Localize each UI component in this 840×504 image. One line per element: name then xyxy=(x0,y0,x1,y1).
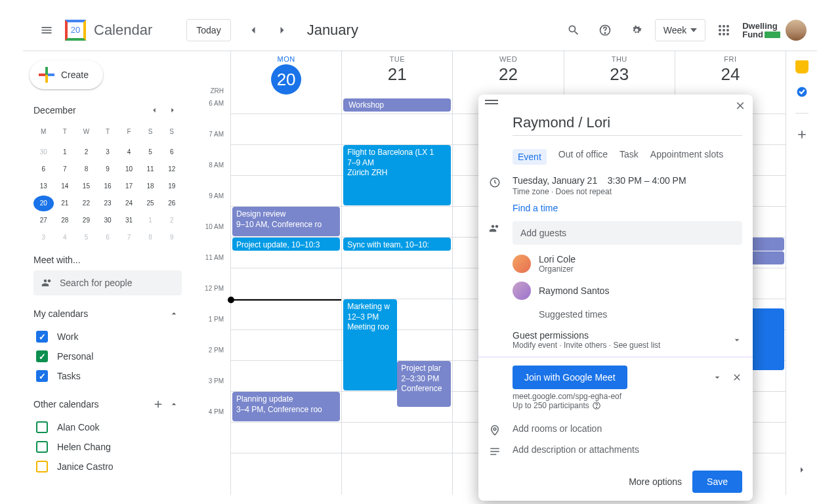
event-type-tab[interactable]: Appointment slots xyxy=(650,149,723,165)
mini-next-icon[interactable] xyxy=(163,101,182,119)
add-guests-input[interactable]: Add guests xyxy=(513,221,742,245)
mini-day[interactable]: 3 xyxy=(98,144,118,160)
event-type-tab[interactable]: Event xyxy=(513,149,547,165)
checkbox-icon[interactable] xyxy=(36,441,48,453)
day-header[interactable]: TUE 21 xyxy=(342,51,452,97)
mini-day[interactable]: 26 xyxy=(161,196,182,211)
mini-day[interactable]: 13 xyxy=(33,178,54,194)
guest-item[interactable]: Lori ColeOrganizer xyxy=(513,250,742,278)
add-addon-icon[interactable] xyxy=(795,128,808,141)
calendar-event[interactable]: Design review9–10 AM, Conference ro xyxy=(232,207,340,236)
mini-day[interactable]: 5 xyxy=(140,144,161,160)
suggested-times[interactable]: Suggested times xyxy=(513,304,742,320)
checkbox-icon[interactable] xyxy=(36,331,48,343)
calendar-event[interactable]: Sync with team, 10–10: xyxy=(343,238,451,251)
mini-day[interactable]: 30 xyxy=(98,213,118,228)
mini-day[interactable]: 4 xyxy=(119,144,139,160)
mini-day[interactable]: 28 xyxy=(55,213,75,228)
apps-icon[interactable] xyxy=(711,17,737,43)
mini-day[interactable]: 29 xyxy=(76,213,96,228)
mini-day[interactable]: 2 xyxy=(161,213,182,228)
mini-day[interactable]: 2 xyxy=(76,144,96,160)
mini-day[interactable]: 7 xyxy=(119,230,139,245)
close-icon[interactable] xyxy=(734,100,746,112)
calendar-item[interactable]: Work xyxy=(33,327,182,346)
calendar-item[interactable]: Personal xyxy=(33,346,182,366)
checkbox-icon[interactable] xyxy=(36,370,48,382)
mini-day[interactable]: 3 xyxy=(33,230,54,245)
mini-day[interactable]: 21 xyxy=(55,196,75,211)
calendar-item[interactable]: Janice Castro xyxy=(33,457,182,476)
mini-day[interactable]: 9 xyxy=(98,161,118,177)
mini-prev-icon[interactable] xyxy=(145,101,163,119)
mini-day[interactable]: 1 xyxy=(55,144,75,160)
location-input[interactable]: Add rooms or location xyxy=(513,423,602,436)
create-button[interactable]: Create xyxy=(30,60,103,89)
expand-rail-icon[interactable] xyxy=(789,457,815,483)
mini-day[interactable]: 6 xyxy=(98,230,118,245)
mini-day[interactable]: 15 xyxy=(76,178,96,194)
menu-icon[interactable] xyxy=(33,17,60,43)
mini-day[interactable]: 25 xyxy=(140,196,161,211)
add-calendar-icon[interactable] xyxy=(150,396,166,412)
event-title[interactable]: Raymond / Lori xyxy=(513,114,742,136)
calendar-event[interactable]: Project plar2–3:30 PMConference xyxy=(397,361,451,407)
checkbox-icon[interactable] xyxy=(36,461,48,472)
calendar-item[interactable]: Alan Cook xyxy=(33,417,182,437)
join-meet-button[interactable]: Join with Google Meet xyxy=(513,366,627,389)
description-input[interactable]: Add description or attachments xyxy=(513,444,639,457)
mini-day[interactable]: 27 xyxy=(33,213,54,228)
event-date[interactable]: Tuesday, January 21 xyxy=(513,175,597,186)
more-options-button[interactable]: More options xyxy=(629,476,682,487)
mini-day[interactable]: 6 xyxy=(33,161,54,177)
mini-day[interactable]: 30 xyxy=(33,144,54,160)
mini-day[interactable]: 1 xyxy=(140,213,161,228)
mini-day[interactable]: 16 xyxy=(98,178,118,194)
save-button[interactable]: Save xyxy=(692,471,742,493)
day-header[interactable]: FRI 24 xyxy=(675,51,786,97)
settings-icon[interactable] xyxy=(623,17,650,43)
drag-handle-icon[interactable] xyxy=(485,100,498,112)
event-type-tab[interactable]: Out of office xyxy=(558,149,608,165)
day-header[interactable]: WED 22 xyxy=(453,51,563,97)
mini-day[interactable]: 20 xyxy=(33,196,54,211)
view-switcher[interactable]: Week xyxy=(655,19,706,41)
checkbox-icon[interactable] xyxy=(36,350,48,362)
people-search[interactable]: Search for people xyxy=(33,270,182,295)
collapse-icon[interactable] xyxy=(166,306,182,322)
mini-day[interactable]: 4 xyxy=(55,230,75,245)
keep-icon[interactable] xyxy=(795,60,808,74)
meet-options-icon[interactable] xyxy=(712,372,723,383)
calendar-event[interactable]: Project update, 10–10:3 xyxy=(232,238,340,251)
prev-icon[interactable] xyxy=(240,17,266,43)
find-time-link[interactable]: Find a time xyxy=(513,203,742,213)
event-repeat[interactable]: Time zone · Does not repeat xyxy=(513,187,742,196)
mini-day[interactable]: 12 xyxy=(161,161,182,177)
mini-day[interactable]: 17 xyxy=(119,178,139,194)
mini-day[interactable]: 22 xyxy=(76,196,96,211)
search-icon[interactable] xyxy=(560,17,587,43)
allday-event[interactable]: Workshop xyxy=(343,98,451,112)
next-icon[interactable] xyxy=(269,17,295,43)
day-header[interactable]: THU 23 xyxy=(564,51,675,97)
mini-day[interactable]: 7 xyxy=(55,161,75,177)
chevron-down-icon[interactable] xyxy=(732,335,742,345)
event-time[interactable]: 3:30 PM – 4:00 PM xyxy=(608,175,686,186)
collapse-icon[interactable] xyxy=(166,396,182,412)
calendar-item[interactable]: Tasks xyxy=(33,366,182,386)
mini-day[interactable]: 19 xyxy=(161,178,182,194)
calendar-item[interactable]: Helen Chang xyxy=(33,437,182,457)
help-icon[interactable] xyxy=(592,17,618,43)
tasks-icon[interactable] xyxy=(795,85,808,98)
mini-day[interactable]: 9 xyxy=(161,230,182,245)
mini-day[interactable]: 5 xyxy=(76,230,96,245)
today-button[interactable]: Today xyxy=(186,19,230,41)
user-avatar[interactable] xyxy=(786,20,807,41)
mini-day[interactable]: 11 xyxy=(140,161,161,177)
mini-day[interactable]: 18 xyxy=(140,178,161,194)
mini-day[interactable]: 6 xyxy=(161,144,182,160)
meet-remove-icon[interactable] xyxy=(732,372,742,383)
mini-day[interactable]: 8 xyxy=(140,230,161,245)
guest-item[interactable]: Raymond Santos xyxy=(513,278,742,304)
calendar-event[interactable]: Marketing w12–3 PMMeeting roo xyxy=(343,299,397,390)
